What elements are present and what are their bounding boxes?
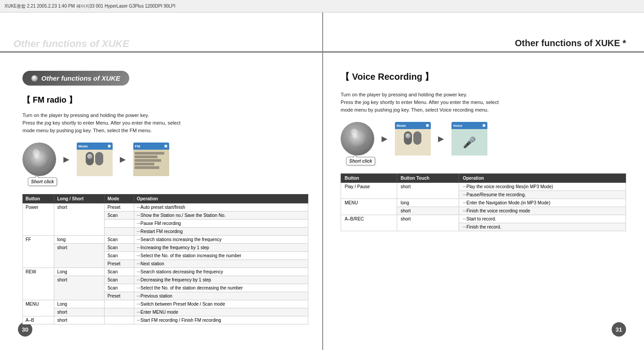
td-empty3 (105, 300, 134, 308)
th-mode: Mode (105, 194, 134, 203)
fm-intro-text: Turn on the player by pressing and holdi… (22, 112, 308, 134)
short-click-callout-left: Short click (28, 177, 57, 186)
vr-td-op4: ···Finish the voice recording mode (459, 207, 626, 215)
vr-device2-mode-screen: Mode ▩ (395, 122, 431, 156)
td-op1: ···Auto preset start/finish (134, 203, 308, 212)
td-long2: Long (54, 268, 105, 276)
top-strip-text: XUKE종합 2.21 2005.2.23 1:40 PM 페이지33 001 … (4, 3, 175, 9)
vr-device1-circle (341, 122, 374, 156)
fm-title: 【 FM radio 】 (22, 95, 308, 105)
left-panel: Other functions of XUKE 【 FM radio 】 Tur… (0, 13, 322, 350)
td-long1: long (54, 236, 105, 244)
table-row: A–B short ···Start FM recording / Finish… (23, 316, 308, 324)
td-empty2 (105, 228, 134, 236)
vr-th-operation: Operation (459, 174, 626, 183)
td-rew: REW (23, 268, 54, 300)
td-op14: ···Enter MENU mode (134, 308, 308, 316)
fm-device2-mode-screen: Mode ▩ (77, 143, 113, 176)
table-row: A–B/REC short ···Start to record. (341, 215, 626, 223)
td-op5: ···Search stations increasing the freque… (134, 236, 308, 244)
td-empty5 (105, 316, 134, 324)
table-row: FF long Scan ···Search stations increasi… (23, 236, 308, 244)
td-short4: short (54, 308, 105, 316)
td-empty1 (105, 220, 134, 228)
section-header-box: Other functions of XUKE (22, 71, 129, 86)
td-op13: ···Switch between Preset Mode / Scan mod… (134, 300, 308, 308)
arrow-vr-1: ► (380, 133, 390, 145)
voice-screen-body: 🎤 (451, 129, 487, 156)
vr-mode-label: Mode ▩ (395, 122, 431, 129)
fm-device3-fm-screen: FM ▩ (133, 143, 169, 176)
short-click-callout-right: Short click (346, 157, 375, 165)
table-row: MENU Long ···Switch between Preset Mode … (23, 300, 308, 308)
td-scan6: Scan (105, 276, 134, 284)
td-ab: A–B (23, 316, 54, 324)
fm-table: Button Long / Short Mode Operation Power… (22, 194, 308, 324)
vr-table: Button Button Touch Operation Play / Pau… (341, 173, 626, 231)
td-op4: ···Restart FM recording (134, 228, 308, 236)
td-op8: ···Next station (134, 260, 308, 268)
td-op15: ···Start FM recording / Finish FM record… (134, 316, 308, 324)
vr-td-short3: short (397, 215, 459, 231)
vr-td-menu: MENU (341, 199, 397, 215)
fm-device1-circle (22, 143, 56, 176)
td-op11: ···Select the No. of the station decreas… (134, 284, 308, 292)
table-row: Play / Pause short ···Play the voice rec… (341, 183, 626, 191)
vr-device3-voice-screen: Voice ▩ 🎤 (451, 122, 487, 156)
top-strip: XUKE종합 2.21 2005.2.23 1:40 PM 페이지33 001 … (0, 0, 644, 13)
td-preset3: Preset (105, 292, 134, 300)
vr-th-button: Button (341, 174, 397, 183)
td-power: Power (23, 203, 54, 236)
td-scan2: Scan (105, 236, 134, 244)
table-row: short ···Enter MENU mode (23, 308, 308, 316)
table-row: short Scan ···Decreasing the frequency b… (23, 276, 308, 284)
fm-images-row: Short click ► Mode ▩ (22, 143, 308, 176)
arrow-1: ► (61, 154, 71, 165)
th-longshort: Long / Short (54, 194, 105, 203)
vr-images-row-wrapper: Short click ► Mode ▩ (341, 122, 626, 156)
td-op2: ···Show the Station no./ Save the Statio… (134, 212, 308, 220)
td-empty4 (105, 308, 134, 316)
table-row: short Scan ···Increasing the frequency b… (23, 244, 308, 252)
vr-th-touch: Button Touch (397, 174, 459, 183)
fm-label: FM ▩ (133, 143, 169, 150)
th-button: Button (23, 194, 54, 203)
td-op3: ···Pause FM recording (134, 220, 308, 228)
fm-images-row-wrapper: Short click ► Mode ▩ (22, 143, 308, 176)
td-scan3: Scan (105, 244, 134, 252)
td-scan4: Scan (105, 252, 134, 260)
td-ff: FF (23, 236, 54, 268)
vr-td-op3: ···Enter the Navigation Mode.(in MP3 Mod… (459, 199, 626, 207)
td-scan5: Scan (105, 268, 134, 276)
table-row: MENU long ···Enter the Navigation Mode.(… (341, 199, 626, 207)
vr-images-row: Short click ► Mode ▩ (341, 122, 626, 156)
mode-label: Mode ▩ (77, 143, 113, 150)
vr-td-abrec: A–B/REC (341, 215, 397, 231)
vr-td-short1: short (397, 183, 459, 199)
td-short1: short (54, 203, 105, 236)
voice-title: 【 Voice Recording 】 (341, 71, 626, 83)
td-op10: ···Decreasing the frequency by 1 step (134, 276, 308, 284)
arrow-vr-2: ► (436, 133, 446, 145)
td-preset1: Preset (105, 203, 134, 212)
mic-icon: 🎤 (463, 136, 476, 149)
fm-screen-body (133, 150, 169, 176)
section-header-label: Other functions of XUKE (41, 74, 120, 82)
td-long3: Long (54, 300, 105, 308)
vr-td-short2: short (397, 207, 459, 215)
vr-device1-container: Short click (341, 122, 374, 156)
td-scan7: Scan (105, 284, 134, 292)
td-menu: MENU (23, 300, 54, 316)
table-row: Power short Preset ···Auto preset start/… (23, 203, 308, 212)
arrow-2: ► (118, 154, 128, 165)
mode-screen-body (77, 150, 113, 176)
th-operation: Operation (134, 194, 308, 203)
td-scan1: Scan (105, 212, 134, 220)
td-op7: ···Select the No. of the station increas… (134, 252, 308, 260)
td-short5: short (54, 316, 105, 324)
right-panel: 【 Voice Recording 】 Turn on the player b… (323, 13, 644, 350)
circle-icon (31, 75, 38, 82)
td-op9: ···Search stations decreasing the freque… (134, 268, 308, 276)
td-preset2: Preset (105, 260, 134, 268)
table-row: REW Long Scan ···Search stations decreas… (23, 268, 308, 276)
